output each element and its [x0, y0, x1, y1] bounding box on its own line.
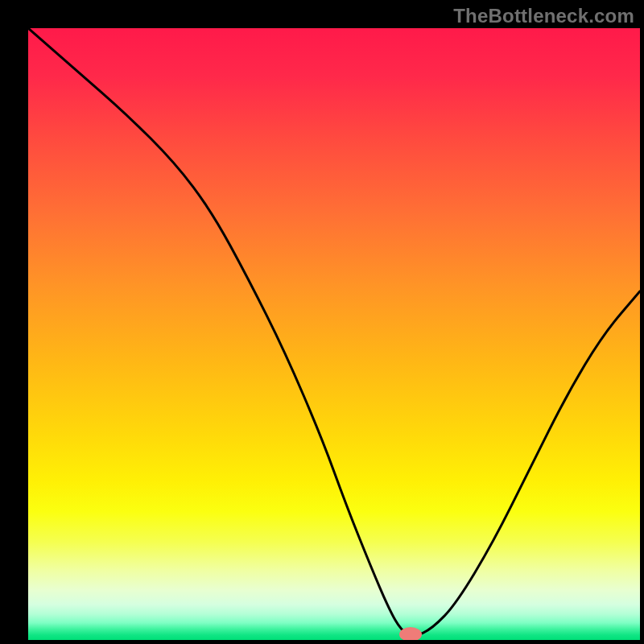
gradient-background: [28, 28, 640, 640]
optimum-marker: [399, 627, 422, 642]
chart-canvas: [0, 0, 644, 644]
bottleneck-chart: TheBottleneck.com: [0, 0, 644, 644]
watermark-text: TheBottleneck.com: [453, 5, 634, 27]
